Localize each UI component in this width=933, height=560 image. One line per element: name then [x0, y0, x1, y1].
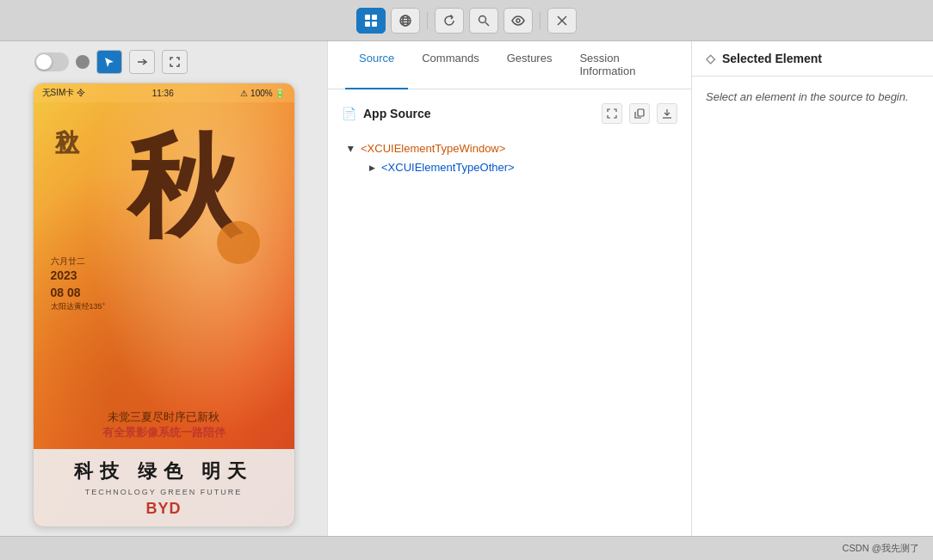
selected-element-header: ◇ Selected Element: [692, 41, 933, 77]
phone-frame: 无SIM卡 令 11:36 ⚠ 100% 🔋 立秋 秋 六月廿二 2023 08…: [33, 83, 295, 527]
svg-point-9: [479, 15, 486, 22]
source-panel-content: 📄 App Source: [328, 89, 691, 536]
tree-node-other: ▶ <XCUIElementTypeOther>: [362, 157, 677, 178]
arrow-tool-button[interactable]: [129, 50, 155, 74]
selected-element-placeholder: Select an element in the source to begin…: [706, 90, 919, 103]
svg-rect-0: [365, 15, 370, 20]
selected-element-icon: ◇: [706, 52, 715, 65]
tab-session-info[interactable]: Session Information: [565, 41, 674, 89]
svg-point-11: [516, 19, 520, 22]
globe-button[interactable]: [391, 8, 420, 34]
bottom-bar-text: CSDN @我先测了: [843, 542, 919, 555]
download-action-icon[interactable]: [657, 103, 677, 124]
tree-root: ▶ <XCUIElementTypeWindow> ▶ <XCUIElement…: [342, 138, 677, 181]
footer-sub: TECHNOLOGY GREEN FUTURE: [85, 488, 242, 496]
svg-rect-3: [372, 22, 377, 27]
footer-logo: BYD: [145, 500, 181, 518]
eye-button[interactable]: [504, 8, 533, 34]
bottom-bar: CSDN @我先测了: [0, 536, 933, 560]
toggle-icon: [76, 55, 90, 69]
close-button[interactable]: [547, 8, 577, 34]
tree-row-window[interactable]: ▶ <XCUIElementTypeWindow>: [342, 140, 677, 157]
select-tool-button[interactable]: [96, 50, 122, 74]
search-button[interactable]: [469, 8, 498, 34]
selected-element-body: Select an element in the source to begin…: [692, 77, 933, 536]
tree-label-window: <XCUIElementTypeWindow>: [361, 142, 505, 155]
svg-rect-1: [372, 15, 377, 20]
phone-status-bar: 无SIM卡 令 11:36 ⚠ 100% 🔋: [34, 83, 294, 102]
footer-main: 科技 绿色 明天: [74, 458, 253, 484]
toggle-knob: [36, 54, 52, 70]
bottom-slogan: 未觉三夏尽时序已新秋 有全景影像系统一路陪伴: [34, 409, 294, 440]
left-panel: 无SIM卡 令 11:36 ⚠ 100% 🔋 立秋 秋 六月廿二 2023 08…: [0, 41, 327, 536]
slogan-suffix: 一路陪伴: [181, 426, 226, 439]
section-title-text: App Source: [363, 107, 431, 120]
slogan-line1: 未觉三夏尽时序已新秋: [34, 409, 294, 425]
selected-element-title: Selected Element: [722, 52, 822, 65]
phone-screen: 无SIM卡 令 11:36 ⚠ 100% 🔋 立秋 秋 六月廿二 2023 08…: [34, 83, 294, 526]
tree-label-other: <XCUIElementTypeOther>: [381, 161, 515, 174]
expand-tool-button[interactable]: [162, 50, 188, 74]
refresh-button[interactable]: [435, 8, 464, 34]
tab-gestures[interactable]: Gestures: [493, 41, 566, 89]
section-header: 📄 App Source: [342, 103, 677, 124]
left-toolbar: [17, 50, 310, 74]
date-line3: 08 08: [51, 285, 106, 302]
section-actions: [602, 103, 677, 124]
svg-line-10: [485, 22, 489, 26]
right-panel: ◇ Selected Element Select an element in …: [692, 41, 933, 536]
tree-row-other[interactable]: ▶ <XCUIElementTypeOther>: [362, 159, 677, 175]
decorative-circle: [217, 221, 260, 264]
phone-footer: 科技 绿色 明天 TECHNOLOGY GREEN FUTURE BYD: [34, 449, 294, 526]
copy-action-icon[interactable]: [629, 103, 650, 124]
svg-rect-15: [638, 109, 644, 116]
tree-children: ▶ <XCUIElementTypeOther>: [342, 157, 677, 178]
tree-arrow-window[interactable]: ▶: [345, 143, 357, 155]
tree-arrow-other[interactable]: ▶: [366, 162, 378, 174]
status-right: ⚠ 100% 🔋: [240, 89, 285, 98]
slogan-line2: 有全景影像系统一路陪伴: [34, 425, 294, 440]
section-title: 📄 App Source: [342, 107, 431, 120]
tab-source[interactable]: Source: [345, 41, 408, 89]
date-line4: 太阳达黄经135°: [51, 301, 106, 312]
svg-rect-2: [365, 22, 370, 27]
slogan-prefix: 有: [102, 426, 114, 439]
toolbar-separator: [427, 12, 428, 29]
grid-view-button[interactable]: [356, 8, 386, 34]
date-line2: 2023: [51, 268, 106, 285]
tab-bar: Source Commands Gestures Session Informa…: [328, 41, 691, 89]
tab-commands[interactable]: Commands: [408, 41, 492, 89]
toolbar-separator-2: [540, 12, 541, 29]
top-toolbar: [0, 0, 933, 41]
section-icon: 📄: [342, 107, 356, 120]
main-content: 无SIM卡 令 11:36 ⚠ 100% 🔋 立秋 秋 六月廿二 2023 08…: [0, 41, 933, 536]
status-center: 11:36: [152, 89, 174, 98]
expand-action-icon[interactable]: [602, 103, 622, 124]
status-left: 无SIM卡 令: [42, 87, 86, 99]
date-info: 六月廿二 2023 08 08 太阳达黄经135°: [51, 255, 106, 312]
date-line1: 六月廿二: [51, 255, 106, 268]
slogan-highlight: 全景影像系统: [114, 426, 181, 439]
big-character: 秋: [77, 131, 286, 243]
toggle-switch[interactable]: [34, 52, 69, 71]
middle-panel: Source Commands Gestures Session Informa…: [327, 41, 692, 536]
